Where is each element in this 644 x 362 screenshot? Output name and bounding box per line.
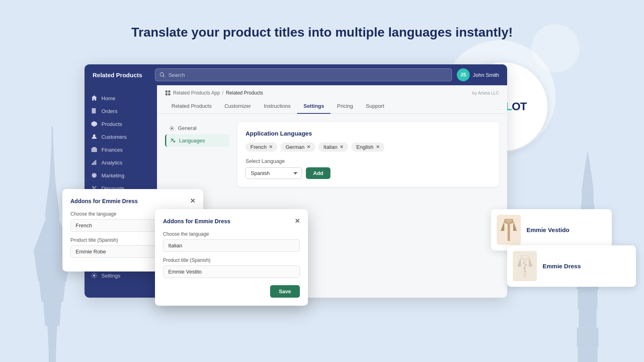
svg-marker-61 [513, 223, 517, 231]
select-language-row: Spanish French German Italian English Po… [246, 167, 491, 179]
svg-marker-27 [585, 150, 590, 165]
sidebar-label-orders: Orders [101, 108, 118, 114]
svg-marker-3 [39, 281, 66, 302]
sidebar-item-customers[interactable]: Customers [85, 130, 157, 143]
marketing-icon [91, 172, 97, 179]
svg-rect-8 [45, 214, 60, 218]
avatar: JS [457, 68, 470, 81]
dialog-italian-product-label: Product title (Spanish) [163, 257, 300, 263]
select-language-label: Select Language [246, 158, 491, 164]
sidebar-label-home: Home [101, 95, 116, 101]
breadcrumb-current: Related Products [226, 90, 263, 96]
home-icon [91, 95, 97, 101]
tab-instructions[interactable]: Instructions [257, 99, 297, 114]
sidebar-label-finances: Finances [101, 147, 123, 153]
dialog-french-title: Addons for Emmie Dress ✕ [70, 197, 195, 205]
dialog-italian-language-input[interactable] [163, 239, 300, 252]
svg-rect-55 [168, 90, 170, 93]
product-thumb-dress [513, 251, 537, 281]
analytics-icon [91, 159, 97, 166]
language-select[interactable]: Spanish French German Italian English Po… [246, 167, 302, 179]
orders-icon [91, 108, 97, 114]
dialog-italian-save-button[interactable]: Save [270, 285, 300, 298]
sidebar-label-analytics: Analytics [101, 160, 122, 166]
product-card-vestido: Emmie Vestido [491, 209, 612, 251]
sidebar-label-settings: Settings [101, 273, 120, 279]
dialog-italian-product-input[interactable] [163, 265, 300, 278]
topbar-brand: Related Products [93, 72, 142, 78]
sidebar-item-finances[interactable]: Finances [85, 143, 157, 156]
svg-line-31 [163, 76, 165, 77]
settings-sidebar: General Languages [165, 122, 229, 187]
svg-rect-38 [92, 163, 93, 165]
svg-rect-37 [91, 148, 97, 152]
sidebar-item-products[interactable]: Products [85, 117, 157, 130]
svg-rect-41 [95, 160, 96, 165]
languages-card: Application Languages French ✕ German ✕ … [237, 122, 499, 187]
svg-marker-2 [43, 302, 62, 326]
breadcrumb-parent[interactable]: Related Products App [173, 90, 220, 96]
svg-point-69 [524, 268, 525, 269]
svg-marker-9 [45, 181, 60, 214]
dialog-italian-language-label: Choose the language [163, 231, 300, 237]
dialog-italian-close[interactable]: ✕ [295, 217, 300, 225]
breadcrumb: Related Products App / Related Products [165, 90, 263, 96]
add-language-button[interactable]: Add [306, 167, 330, 179]
lang-english-remove[interactable]: ✕ [376, 144, 380, 150]
lang-french-label: French [250, 144, 266, 150]
lang-french-remove[interactable]: ✕ [269, 144, 272, 150]
svg-rect-57 [168, 93, 170, 95]
tab-pricing[interactable]: Pricing [330, 99, 359, 114]
svg-marker-35 [91, 121, 97, 127]
svg-point-70 [525, 271, 526, 272]
svg-rect-17 [578, 288, 598, 309]
breadcrumb-icon [165, 90, 171, 96]
sidebar-item-analytics[interactable]: Analytics [85, 156, 157, 169]
tab-settings[interactable]: Settings [297, 99, 330, 114]
sidebar-item-marketing[interactable]: Marketing [85, 169, 157, 182]
svg-marker-26 [584, 165, 592, 175]
svg-rect-56 [165, 93, 167, 95]
username: John Smith [473, 72, 499, 78]
search-placeholder: Search [168, 72, 185, 78]
settings-nav-general[interactable]: General [165, 122, 229, 134]
tab-related-products[interactable]: Related Products [165, 99, 218, 114]
breadcrumb-bar: Related Products App / Related Products … [157, 85, 507, 96]
dialog-french-title-text: Addons for Emmie Dress [70, 198, 138, 204]
by-arteta: by Arteta LLC [472, 90, 499, 95]
languages-card-title: Application Languages [246, 130, 491, 137]
svg-point-67 [523, 263, 524, 264]
search-bar[interactable]: Search [155, 68, 452, 81]
tabs: Related Products Customizer Instructions… [157, 99, 507, 114]
dialog-french-close[interactable]: ✕ [190, 197, 195, 205]
svg-rect-4 [38, 276, 67, 281]
svg-rect-14 [578, 347, 598, 362]
product-card-dress: Emmie Dress [507, 245, 636, 287]
svg-rect-39 [93, 162, 94, 165]
tab-customizer[interactable]: Customizer [218, 99, 258, 114]
topbar: Related Products Search JS John Smith [85, 64, 507, 85]
svg-rect-24 [582, 190, 593, 201]
settings-icon [91, 272, 97, 279]
dialog-italian-title-text: Addons for Emmie Dress [163, 218, 230, 224]
settings-nav-languages[interactable]: Languages [165, 134, 229, 147]
svg-point-68 [526, 265, 527, 266]
sidebar-item-home[interactable]: Home [85, 92, 157, 105]
svg-marker-1 [47, 326, 57, 350]
lang-tag-french: French ✕ [246, 142, 277, 152]
svg-marker-64 [517, 259, 521, 267]
sidebar-item-orders[interactable]: Orders [85, 105, 157, 117]
dress-image [515, 253, 535, 279]
svg-point-62 [506, 219, 512, 223]
dress-vestido-image [499, 217, 519, 243]
sidebar-label-marketing: Marketing [101, 173, 124, 179]
settings-general-label: General [178, 125, 196, 131]
lang-tag-italian: Italian ✕ [318, 142, 348, 152]
tab-support[interactable]: Support [359, 99, 391, 114]
lang-italian-remove[interactable]: ✕ [340, 144, 343, 150]
svg-marker-11 [51, 127, 54, 151]
lang-german-remove[interactable]: ✕ [307, 144, 310, 150]
lang-tag-german: German ✕ [281, 142, 315, 152]
svg-point-53 [93, 275, 95, 277]
customers-icon [91, 134, 97, 140]
